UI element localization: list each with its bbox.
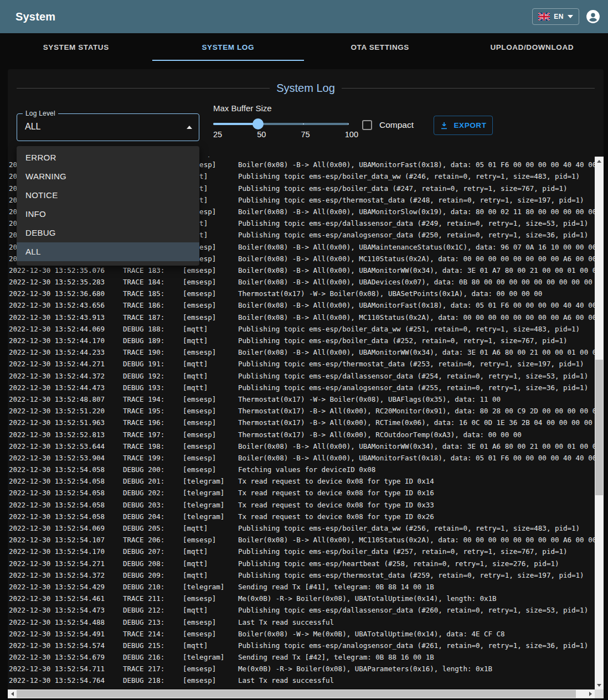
log-message: Boiler(0x08) -B-> All(0x00), UBAMonitorF…: [238, 452, 595, 464]
log-timestamp: 2022-12-30 13:52:48.807: [9, 393, 123, 405]
log-row: 2022-12-30 13:52:54.488DEBUG 213:[emsesp…: [8, 616, 595, 628]
slider-thumb[interactable]: [253, 118, 264, 129]
tab-ota-settings[interactable]: OTA SETTINGS: [304, 33, 456, 61]
log-message: Last Tx read successful: [238, 616, 334, 628]
log-timestamp: 2022-12-30 13:52:52.813: [9, 429, 123, 440]
log-message: Boiler(0x08) -B-> All(0x00), MC110Status…: [238, 534, 595, 546]
log-message: Publishing topic ems-esp/thermostat_data…: [238, 194, 584, 206]
scroll-right-button[interactable]: [586, 689, 595, 698]
log-source: [emsesp]: [183, 464, 238, 475]
menu-item-debug[interactable]: DEBUG: [17, 224, 199, 242]
export-label: EXPORT: [454, 121, 486, 129]
log-level: DEBUG 209:: [123, 569, 183, 581]
compact-label: Compact: [379, 120, 414, 130]
tab-system-log[interactable]: SYSTEM LOG: [152, 33, 305, 61]
scroll-up-button[interactable]: [595, 157, 604, 165]
log-message: Me(0x0B) -R-> Boiler(0x08), UBATotalUpti…: [238, 593, 497, 604]
menu-item-notice[interactable]: NOTICE: [17, 186, 199, 205]
log-source: [mqtt]: [183, 604, 238, 616]
log-timestamp: 2022-12-30 13:52:54.764: [9, 675, 123, 686]
log-row: 2022-12-30 13:52:35.283TRACE 184:[emsesp…: [8, 276, 595, 288]
buffer-size-slider[interactable]: [213, 118, 357, 129]
log-message: Thermostat(0x17) -B-> All(0x00), RC20Mon…: [238, 405, 595, 417]
log-message: Tx read request to device 0x08 for type …: [238, 475, 434, 487]
log-level: DEBUG 201:: [123, 475, 183, 487]
log-level: DEBUG 202:: [123, 487, 183, 499]
log-row: 2022-12-30 13:52:44.170DEBUG 189:[mqtt]P…: [8, 335, 595, 346]
log-level: DEBUG 208:: [123, 558, 183, 569]
menu-item-info[interactable]: INFO: [17, 205, 199, 224]
scroll-down-button[interactable]: [595, 681, 604, 689]
log-level: DEBUG 218:: [123, 675, 183, 686]
log-message: Publishing topic ems-esp/analogsensor_da…: [238, 640, 588, 651]
log-timestamp: 2022-12-30 13:52:54.429: [9, 581, 123, 593]
language-selector[interactable]: EN: [532, 8, 579, 25]
vertical-scroll-thumb[interactable]: [595, 360, 603, 495]
tab-upload-download[interactable]: UPLOAD/DOWNLOAD: [456, 33, 608, 61]
log-source: [emsesp]: [183, 429, 238, 440]
log-row: 2022-12-30 13:52:44.372DEBUG 192:[mqtt]P…: [8, 370, 595, 382]
log-source: [emsesp]: [183, 393, 238, 405]
log-timestamp: 2022-12-30 13:52:54.488: [9, 616, 123, 628]
log-message: Publishing topic ems-esp/heartbeat (#258…: [238, 558, 559, 569]
log-source: [mqtt]: [183, 640, 238, 651]
log-timestamp: 2022-12-30 13:52:35.283: [9, 276, 123, 288]
menu-item-error[interactable]: ERROR: [17, 148, 199, 167]
log-row: 2022-12-30 13:52:35.076TRACE 183:[emsesp…: [8, 265, 595, 276]
log-level-value: ALL: [25, 122, 40, 132]
buffer-size-label: Max Buffer Size: [213, 103, 272, 113]
log-timestamp: 2022-12-30 13:52:54.058: [9, 487, 123, 499]
vertical-scrollbar[interactable]: [595, 157, 604, 689]
log-timestamp: 2022-12-30 13:52:44.233: [9, 346, 123, 358]
log-level: DEBUG 189:: [123, 335, 183, 346]
log-message: Boiler(0x08) -B-> All(0x00), UBAMaintena…: [238, 241, 595, 253]
log-row: 2022-12-30 13:52:54.107TRACE 206:[emsesp…: [8, 534, 595, 546]
horizontal-scroll-thumb[interactable]: [17, 690, 576, 698]
scroll-left-button[interactable]: [8, 689, 17, 698]
log-source: [telegram]: [183, 581, 238, 593]
log-source: [telegram]: [183, 651, 238, 663]
log-timestamp: 2022-12-30 13:52:54.058: [9, 464, 123, 475]
log-timestamp: 2022-12-30 13:52:53.644: [9, 440, 123, 452]
slider-tick-label-25: 25: [213, 130, 222, 139]
horizontal-scrollbar[interactable]: [8, 689, 595, 698]
log-timestamp: 2022-12-30 13:52:53.904: [9, 452, 123, 464]
log-level: TRACE 199:: [123, 452, 183, 464]
log-source: [emsesp]: [183, 593, 238, 604]
log-message: Thermostat(0x17) -B-> All(0x00), RCTime(…: [238, 417, 592, 428]
log-message: Boiler(0x08) -B-> All(0x00), UBAMonitorF…: [238, 299, 595, 311]
log-row: 2022-12-30 13:52:54.372DEBUG 209:[mqtt]P…: [8, 569, 595, 581]
log-row: 2022-12-30 13:52:54.491TRACE 214:[emsesp…: [8, 628, 595, 640]
log-source: [emsesp]: [183, 440, 238, 452]
panel-title: System Log: [270, 82, 342, 95]
log-level-label: Log Level: [23, 110, 58, 117]
log-row: 2022-12-30 13:52:54.764DEBUG 218:[emsesp…: [8, 675, 595, 686]
export-button[interactable]: EXPORT: [434, 116, 493, 135]
log-message: Publishing topic ems-esp/analogsensor_da…: [238, 229, 588, 241]
log-level: TRACE 206:: [123, 534, 183, 546]
log-message: Boiler(0x08) -B-> All(0x00), MC110Status…: [238, 253, 595, 265]
log-row: 2022-12-30 13:52:54.473DEBUG 212:[mqtt]P…: [8, 604, 595, 616]
log-message: Publishing topic ems-esp/dallassensor_da…: [238, 604, 588, 616]
menu-item-all[interactable]: ALL: [17, 242, 199, 261]
download-icon: [440, 121, 449, 130]
log-timestamp: 2022-12-30 13:52:44.069: [9, 323, 123, 335]
tab-system-status[interactable]: SYSTEM STATUS: [0, 33, 152, 61]
log-timestamp: 2022-12-30 13:52:54.058: [9, 475, 123, 487]
log-message: Publishing topic ems-esp/boiler_data (#2…: [238, 546, 568, 557]
log-timestamp: 2022-12-30 13:52:44.271: [9, 358, 123, 370]
menu-item-warning[interactable]: WARNING: [17, 167, 199, 186]
log-level-select[interactable]: Log Level ALL: [17, 113, 199, 141]
log-timestamp: 2022-12-30 13:52:35.076: [9, 265, 123, 276]
log-timestamp: 2022-12-30 13:52:44.170: [9, 335, 123, 346]
log-level: DEBUG 205:: [123, 522, 183, 534]
slider-fill: [213, 123, 258, 125]
log-row: 2022-12-30 13:52:54.271DEBUG 208:[mqtt]P…: [8, 558, 595, 569]
log-source: [mqtt]: [183, 358, 238, 370]
log-level: TRACE 187:: [123, 312, 183, 323]
log-level: TRACE 198:: [123, 440, 183, 452]
account-circle-icon[interactable]: [586, 9, 600, 24]
compact-checkbox[interactable]: [362, 120, 372, 130]
log-timestamp: 2022-12-30 13:52:51.963: [9, 417, 123, 428]
log-level: DEBUG 212:: [123, 604, 183, 616]
